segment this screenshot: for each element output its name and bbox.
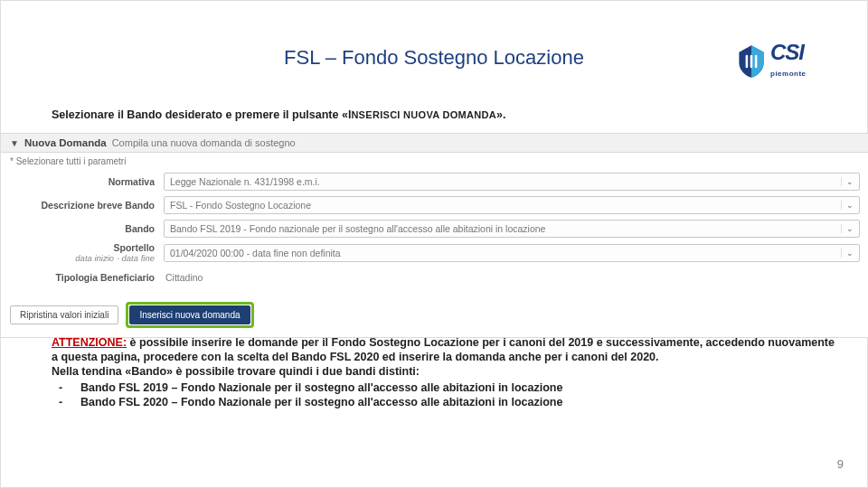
attention-label: ATTENZIONE: [52,336,127,349]
label-normativa: Normativa [10,176,164,187]
attention-block: ATTENZIONE: è possibile inserire le doma… [52,335,840,409]
instruction-text: Selezionare il Bando desiderato e premer… [52,108,505,121]
panel-header[interactable]: ▼ Nuova Domanda Compila una nuova domand… [1,134,868,153]
label-bando: Bando [10,223,164,234]
label-tipologia: Tipologia Beneficiario [10,272,164,283]
chevron-down-icon: ⌄ [841,201,854,210]
logo-subtext: piemonte [770,70,807,78]
panel-title: Nuova Domanda [24,137,107,148]
chevron-down-icon: ⌄ [841,224,854,233]
chevron-down-icon: ⌄ [841,249,854,258]
label-descrizione: Descrizione breve Bando [10,200,164,211]
page-number: 9 [837,457,844,471]
select-normativa[interactable]: Legge Nazionale n. 431/1998 e.m.i.⌄ [164,173,860,191]
highlight-box: Inserisci nuova domanda [126,302,253,328]
select-bando[interactable]: Bando FSL 2019 - Fondo nazionale per il … [164,220,860,238]
value-tipologia: Cittadino [164,268,860,286]
logo-icon [736,43,767,80]
select-descrizione[interactable]: FSL - Fondo Sostegno Locazione⌄ [164,196,860,214]
form-panel: ▼ Nuova Domanda Compila una nuova domand… [1,133,868,338]
attention-item: Bando FSL 2019 – Fondo Nazionale per il … [52,380,840,395]
label-sportello: Sportello data inizio - data fine [10,243,164,263]
logo-text: CSI [770,40,804,64]
attention-item: Bando FSL 2020 – Fondo Nazionale per il … [52,395,840,409]
reset-button[interactable]: Ripristina valori iniziali [10,305,118,324]
panel-subtitle: Compila una nuova domanda di sostegno [112,137,296,148]
logo: CSI piemonte [736,41,835,82]
submit-button[interactable]: Inserisci nuova domanda [129,305,250,324]
mandatory-note: * Selezionare tutti i parametri [1,153,868,170]
collapse-icon[interactable]: ▼ [10,138,19,148]
chevron-down-icon: ⌄ [841,177,854,186]
select-sportello[interactable]: 01/04/2020 00:00 - data fine non definit… [164,244,860,262]
